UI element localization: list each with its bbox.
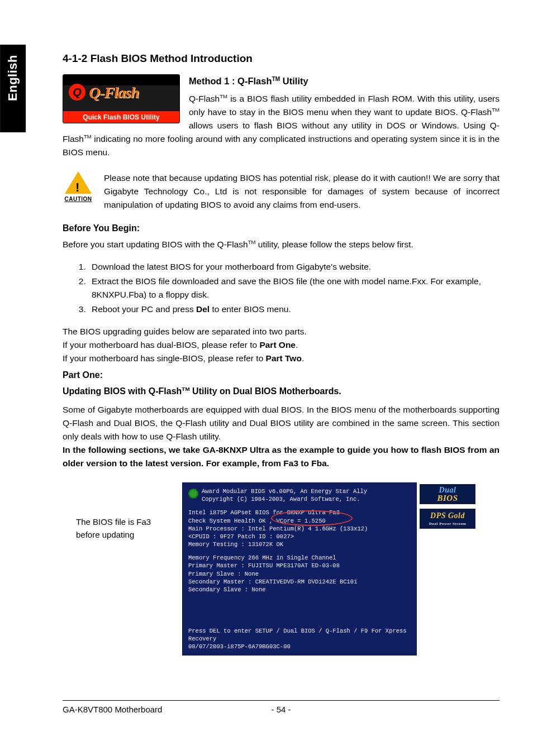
caution-text: Please note that because updating BIOS h… [104,171,499,212]
t: Reboot your PC and press [92,304,196,314]
step-item: Download the latest BIOS for your mother… [88,260,499,274]
page-content: 4-1-2 Flash BIOS Method Introduction Q Q… [63,50,499,655]
guides-line3: If your motherboard has single-BIOS, ple… [63,352,499,365]
t: DPS Gold [430,511,465,521]
t: Q-Flash [189,94,220,103]
t: utility, please follow the steps below f… [256,240,413,249]
t: Part Two [266,353,302,363]
footer-page-number: - 54 - [259,703,303,716]
t: to enter BIOS menu. [210,304,291,314]
method1-title-post: Utility [280,76,308,86]
t: BIOS [437,494,458,502]
bios-screenshot-area: The BIOS file is Fa3 before updating Awa… [63,482,499,655]
t: Del [196,304,210,314]
guides-line2: If your motherboard has dual-BIOS, pleas… [63,338,499,352]
part-one-p1: Some of Gigabyte motherboards are equipp… [63,403,499,443]
before-heading: Before You Begin: [63,222,499,236]
qflash-q-icon: Q [69,84,85,101]
caution-block: CAUTION Please note that because updatin… [63,171,499,212]
t: is a BIOS flash utility embedded in Flas… [189,94,499,117]
qflash-logo: Q Q-Flash Quick Flash BIOS Utility [63,74,180,123]
t: indicating no more fooling around with a… [63,134,499,157]
tm-mark: TM [248,239,256,245]
t: . [296,340,298,350]
bios-line: <CPUID : 0F27 Patch ID : 0027> [188,533,411,540]
caution-icon: CAUTION [63,171,94,204]
part-one-subheading: Updating BIOS with Q-FlashTM Utility on … [63,385,499,399]
bios-line: Primary Master : FUJITSU MPE3170AT ED-03… [188,562,411,570]
before-text: Before you start updating BIOS with the … [63,238,499,251]
qflash-logo-sub: Quick Flash BIOS Utility [63,111,179,123]
step-item: Extract the BIOS file downloaded and sav… [88,275,499,302]
epa-icon [188,489,198,499]
footer-model: GA-K8VT800 Motherboard [63,703,259,716]
qflash-logo-text: Q-Flash [89,80,139,104]
section-title: 4-1-2 Flash BIOS Method Introduction [63,50,499,66]
t: Before you start updating BIOS with the … [63,240,248,249]
part-one-heading: Part One: [63,369,499,382]
bios-line: Press DEL to enter SETUP / Dual BIOS / Q… [188,627,411,643]
bios-line: Primary Slave : None [188,570,411,578]
bios-line: Main Processor : Intel Pentium(R) 4 1.6G… [188,525,411,533]
dual-bios-badge: Dual BIOS [420,484,475,504]
part-one-bold: In the following sections, we take GA-8K… [63,443,499,470]
bios-line: Memory Testing : 131072K OK [188,540,411,548]
bios-screenshot: Award Modular BIOS v6.00PG, An Energy St… [182,482,417,655]
bios-line: Memory Frequency 266 MHz in Single Chann… [188,554,411,562]
bios-line: Copyright (C) 1984-2003, Award Software,… [202,495,411,503]
guides-line1: The BIOS upgrading guides below are sepa… [63,325,499,338]
highlight-circle [271,510,353,526]
t: If your motherboard has dual-BIOS, pleas… [63,340,259,350]
language-tab: English [0,45,26,132]
t: Dual [439,486,456,494]
tm-mark: TM [84,133,92,140]
dps-badge: DPS Gold Dual Power System [420,509,475,529]
intro-block: Q Q-Flash Quick Flash BIOS Utility Metho… [63,74,499,159]
bios-note: The BIOS file is Fa3 before updating [76,482,171,655]
steps-list: Download the latest BIOS for your mother… [76,260,499,316]
t: If your motherboard has single-BIOS, ple… [63,353,266,363]
t: Updating BIOS with Q-Flash [63,386,182,396]
page-footer: GA-K8VT800 Motherboard - 54 - [63,700,499,716]
bios-line: 08/07/2003-i875P-6A79BG03C-00 [188,643,411,650]
bios-line: Secondary Slave : None [188,586,411,594]
step-item: Reboot your PC and press Del to enter BI… [88,303,499,316]
tm-mark: TM [182,386,189,392]
method1-title-pre: Method 1 : Q-Flash [189,76,272,86]
tm-mark: TM [272,76,280,82]
tm-mark: TM [220,93,227,99]
t: Dual Power System [429,521,467,527]
t: Part One [259,340,296,350]
bios-line: Award Modular BIOS v6.00PG, An Energy St… [202,487,411,495]
tm-mark: TM [492,107,499,113]
t: . [302,353,304,363]
t: Utility on Dual BIOS Motherboards. [190,386,341,396]
bios-line: Secondary Master : CREATIVEDVD-RM DVD124… [188,578,411,586]
badge-column: Dual BIOS DPS Gold Dual Power System [420,484,478,533]
